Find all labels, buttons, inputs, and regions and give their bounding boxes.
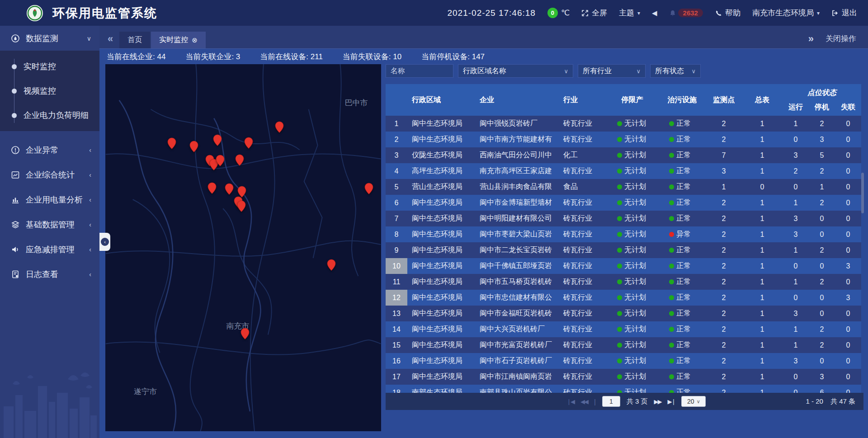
- table-row[interactable]: 11阆中生态环境局阆中市五马桥页岩机砖砖瓦行业无计划正常21120: [386, 274, 861, 290]
- tab-bar: « 首页 实时监控 ⊗ » 关闭操作: [99, 26, 868, 49]
- map-pin-icon[interactable]: [224, 183, 234, 197]
- sidebar-item-0[interactable]: 数据监测∨: [0, 26, 99, 51]
- table-row[interactable]: 5营山生态环境局营山县润丰肉食品有限食品无计划正常10010: [386, 179, 861, 195]
- table-row[interactable]: 17阆中生态环境局阆中市江南镇阆南页岩砖瓦行业无计划正常21030: [386, 369, 861, 385]
- col-company: 企业: [475, 84, 559, 116]
- bullet-dot-icon: [12, 89, 17, 94]
- org-dropdown[interactable]: 南充市生态环境局 ▾: [752, 8, 820, 18]
- close-operations-button[interactable]: 关闭操作: [826, 33, 856, 44]
- map-pin-icon[interactable]: [167, 137, 177, 151]
- map-pin-icon[interactable]: [213, 134, 222, 148]
- tabs-scroll-right-icon[interactable]: »: [808, 34, 814, 44]
- sidebar-item-2[interactable]: 企业综合统计‹: [0, 162, 99, 187]
- name-search-field[interactable]: [386, 64, 453, 78]
- status-dot-icon: [617, 184, 622, 189]
- map-pin-icon[interactable]: [236, 200, 246, 214]
- prev-page-button[interactable]: ◀◀: [580, 398, 588, 405]
- tab-realtime-monitor[interactable]: 实时监控 ⊗: [151, 32, 206, 48]
- sidebar-subitem-0-1[interactable]: 视频监控: [0, 79, 99, 103]
- map-panel[interactable]: 巴中市南充市遂宁市: [105, 64, 381, 431]
- map-pin-icon[interactable]: [364, 183, 373, 197]
- industry-cell: 砖瓦行业: [559, 274, 606, 290]
- sidebar-item-1[interactable]: 企业异常‹: [0, 137, 99, 162]
- status-text: 正常: [676, 325, 691, 334]
- facility-status-cell: 正常: [658, 195, 706, 211]
- table-row[interactable]: 10阆中生态环境局阆中千佛镇五郎垭页岩砖瓦行业无计划正常21003: [386, 258, 861, 274]
- help-button[interactable]: 帮助: [715, 8, 741, 18]
- status-text: 无计划: [624, 198, 646, 207]
- table-row[interactable]: 12阆中生态环境局阆中市忠信建材有限公砖瓦行业无计划正常21003: [386, 290, 861, 306]
- table-row[interactable]: 1阆中生态环境局阆中强锐页岩砖厂砖瓦行业无计划正常21120: [386, 116, 861, 132]
- page-number-input[interactable]: [602, 396, 620, 407]
- row-number-cell: 3: [386, 147, 407, 163]
- status-text: 无计划: [624, 119, 646, 128]
- sidebar-item-5[interactable]: 应急减排管理‹: [0, 237, 99, 262]
- region-cell: 高坪生态环境局: [407, 163, 475, 179]
- total-pages-label: 共 3 页: [627, 397, 648, 406]
- map-pin-icon[interactable]: [215, 155, 225, 169]
- top-header: 环保用电监管系统 2021-02-25 17:46:18 0 ℃ 全屏 主题 ▾…: [0, 0, 868, 26]
- region-cell: 阆中生态环境局: [407, 242, 475, 258]
- table-row[interactable]: 6阆中生态环境局阆中市金博瑞新型墙材砖瓦行业无计划正常21120: [386, 195, 861, 211]
- sidebar-item-3[interactable]: 企业用电量分析‹: [0, 187, 99, 212]
- map-pin-icon[interactable]: [208, 182, 217, 196]
- main-area: « 首页 实时监控 ⊗ » 关闭操作 当前在线企业: 44当前失联企业: 3当前…: [99, 26, 868, 438]
- status-text: 正常: [676, 166, 691, 176]
- notification-area[interactable]: 2632: [669, 9, 703, 17]
- tab-close-icon[interactable]: ⊗: [192, 36, 198, 44]
- sidebar-item-label: 企业用电量分析: [26, 194, 83, 205]
- status-select[interactable]: 所有状态 ∨: [650, 64, 701, 78]
- map-pin-icon[interactable]: [244, 137, 254, 151]
- stop-count-cell: 2: [809, 116, 835, 132]
- row-number-cell: 6: [386, 195, 407, 211]
- table-row[interactable]: 8阆中生态环境局阆中市枣碧大梁山页岩砖瓦行业无计划异常21300: [386, 226, 861, 242]
- table-row[interactable]: 16阆中生态环境局阆中市石子页岩机砖厂砖瓦行业无计划正常21300: [386, 353, 861, 369]
- industry-cell: 砖瓦行业: [559, 195, 606, 211]
- table-row[interactable]: 14阆中生态环境局阆中大兴页岩机砖厂砖瓦行业无计划正常21120: [386, 321, 861, 337]
- table-row[interactable]: 3仪陇生态环境局西南油气田分公司川中化工无计划正常71350: [386, 147, 861, 163]
- company-cell: 阆中市金博瑞新型墙材: [475, 195, 559, 211]
- status-text: 正常: [676, 277, 691, 287]
- tab-home[interactable]: 首页: [119, 32, 150, 48]
- map-pin-icon[interactable]: [327, 259, 336, 273]
- table-scrollbar-thumb[interactable]: [861, 173, 864, 213]
- points-cell: 1: [706, 179, 742, 195]
- stop-count-cell: 3: [809, 369, 835, 385]
- sidebar-item-4[interactable]: 基础数据管理‹: [0, 212, 99, 237]
- fullscreen-button[interactable]: 全屏: [581, 8, 607, 18]
- chevron-left-icon: ‹: [89, 221, 91, 228]
- map-pin-icon[interactable]: [241, 328, 250, 342]
- run-count-cell: 3: [783, 211, 809, 226]
- sidebar-collapse-button[interactable]: ‹: [99, 233, 110, 251]
- table-row[interactable]: 4高坪生态环境局南充市高坪区王家店建砖瓦行业无计划正常31220: [386, 163, 861, 179]
- last-page-button[interactable]: ▶❘: [667, 398, 675, 405]
- map-pin-icon[interactable]: [235, 154, 245, 168]
- page-size-select[interactable]: 20 ∨: [681, 396, 706, 407]
- voice-toggle-button[interactable]: ◀: [652, 9, 657, 17]
- map-pin-icon[interactable]: [189, 141, 198, 155]
- logout-button[interactable]: 退出: [831, 8, 857, 18]
- company-cell: 南充市高坪区王家店建: [475, 163, 559, 179]
- theme-dropdown[interactable]: 主题 ▾: [619, 8, 640, 18]
- table-row[interactable]: 15阆中生态环境局阆中市光富页岩机砖厂砖瓦行业无计划正常21120: [386, 337, 861, 353]
- first-page-button[interactable]: ❘◀: [566, 398, 574, 405]
- tabs-scroll-left-icon[interactable]: «: [108, 34, 113, 44]
- row-number-cell: 5: [386, 179, 407, 195]
- map-pin-icon[interactable]: [274, 121, 284, 135]
- table-row[interactable]: 13阆中生态环境局阆中市金福旺页岩机砖砖瓦行业无计划正常21300: [386, 306, 861, 321]
- points-cell: 2: [706, 321, 742, 337]
- row-number-cell: 10: [386, 258, 407, 274]
- sidebar-subitem-0-2[interactable]: 企业电力负荷明细: [0, 103, 99, 127]
- sidebar-item-6[interactable]: 日志查看‹: [0, 262, 99, 287]
- table-row[interactable]: 7阆中生态环境局阆中明阳建材有限公司砖瓦行业无计划正常21300: [386, 211, 861, 226]
- table-row[interactable]: 2阆中生态环境局阆中市南方节能建材有砖瓦行业无计划正常21030: [386, 132, 861, 147]
- industry-select[interactable]: 所有行业 ∨: [578, 64, 646, 78]
- chevron-left-icon: ‹: [89, 196, 91, 203]
- status-dot-icon: [669, 343, 674, 348]
- table-row[interactable]: 9阆中生态环境局阆中市二龙长宝页岩砖砖瓦行业无计划正常21120: [386, 242, 861, 258]
- next-page-button[interactable]: ▶▶: [654, 398, 661, 405]
- name-search-input[interactable]: [391, 67, 448, 75]
- sidebar-subitem-0-0[interactable]: 实时监控: [0, 54, 99, 79]
- industry-cell: 砖瓦行业: [559, 132, 606, 147]
- region-select[interactable]: 行政区域名称 ∨: [458, 64, 573, 78]
